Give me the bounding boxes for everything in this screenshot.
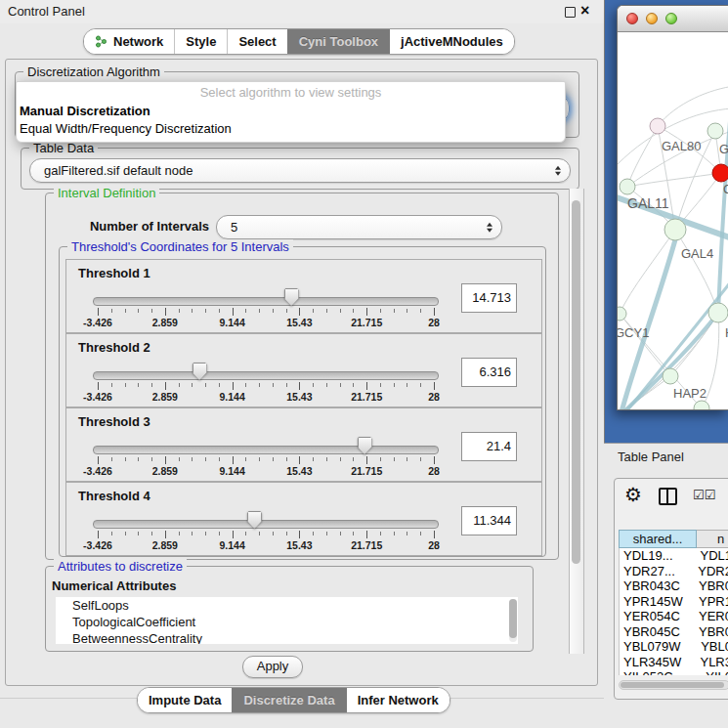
bottom-tab-bar: Impute DataDiscretize DataInfer Network <box>137 687 450 713</box>
slider-handle[interactable] <box>247 511 262 529</box>
node-label: GAL80 <box>662 139 701 153</box>
table-row[interactable]: YDR27...YDR2 <box>620 564 728 579</box>
network-node[interactable] <box>620 179 635 194</box>
split-panel-icon[interactable] <box>659 488 677 505</box>
slider-ticks <box>98 382 434 391</box>
network-node[interactable] <box>663 368 678 384</box>
table-row[interactable]: YLR345WYLR3 <box>620 655 728 670</box>
tab-network[interactable]: Network <box>84 29 174 54</box>
slider-track[interactable] <box>93 297 439 306</box>
network-graph[interactable]: GAL80GAGAL11CGAL4GCY1HHAP2 <box>618 32 728 409</box>
threshold-value-field[interactable]: 11.344 <box>461 506 517 535</box>
slider-tick-labels: -3.4262.8599.14415.4321.71528 <box>98 465 434 478</box>
slider-handle[interactable] <box>358 437 372 454</box>
network-node[interactable] <box>712 164 728 182</box>
network-window: GAL80GAGAL11CGAL4GCY1HHAP2 <box>617 5 728 410</box>
table-row[interactable]: YDL19...YDL1 <box>620 548 728 564</box>
control-panel-titlebar: Control Panel × <box>0 0 604 23</box>
checkbox-icons[interactable]: ☑☑ <box>693 488 715 502</box>
attribute-item[interactable]: SelfLoops <box>56 597 518 614</box>
dropdown-hint: Select algorithm to view settings <box>17 85 565 100</box>
network-node[interactable] <box>618 307 626 321</box>
main-scrollbar-thumb[interactable] <box>572 200 580 564</box>
network-node[interactable] <box>708 303 728 322</box>
table-panel-section: Table Panel ⚙ ☑☑ shared...n YDL19...YDL1… <box>604 443 728 728</box>
table-data-value: galFiltered.sif default node <box>44 159 193 182</box>
algorithm-dropdown-popup[interactable]: Select algorithm to view settings Manual… <box>16 81 566 143</box>
network-node[interactable] <box>707 123 723 139</box>
table-row[interactable]: YER054CYER0 <box>620 609 728 624</box>
table-body: YDL19...YDL1YDR27...YDR2YBR043CYBR0YPR14… <box>619 548 728 675</box>
top-tab-bar: NetworkStyleSelectCyni ToolboxjActiveMNo… <box>83 28 515 55</box>
network-edge[interactable] <box>658 86 728 126</box>
horizontal-scrollbar[interactable] <box>619 680 728 690</box>
close-icon[interactable]: × <box>580 1 589 21</box>
slider-handle[interactable] <box>284 288 299 306</box>
threshold-block: Threshold 1-3.4262.8599.14415.4321.71528… <box>65 259 542 333</box>
slider-handle[interactable] <box>193 363 207 380</box>
numerical-attributes-label: Numerical Attributes <box>52 578 176 593</box>
column-header[interactable]: shared... <box>619 530 697 548</box>
node-label: GA <box>719 142 728 156</box>
tab-infer-network[interactable]: Infer Network <box>346 688 450 712</box>
attribute-item[interactable]: TopologicalCoefficient <box>56 614 518 630</box>
attributes-group: Attributes to discretize Numerical Attri… <box>45 566 534 652</box>
network-canvas[interactable]: GAL80GAGAL11CGAL4GCY1HHAP2 <box>618 32 728 409</box>
numerical-attributes-list[interactable]: SelfLoopsTopologicalCoefficientBetweenne… <box>56 597 518 644</box>
chevron-updown-icon <box>487 222 492 233</box>
network-node[interactable] <box>650 118 665 134</box>
mac-close-icon[interactable] <box>626 13 638 24</box>
table-header-row: shared...n <box>619 530 728 548</box>
node-label: C <box>723 182 728 196</box>
column-header[interactable]: n <box>697 530 728 548</box>
slider-ticks <box>98 531 434 539</box>
table-row[interactable]: YIL052CYIL0 <box>620 669 728 675</box>
tab-style[interactable]: Style <box>174 29 227 54</box>
algorithm-option[interactable]: Manual Discretization <box>19 103 563 120</box>
horizontal-scrollbar-thumb[interactable] <box>621 682 724 688</box>
number-of-intervals-combo[interactable]: 5 <box>216 215 502 239</box>
list-scrollbar[interactable] <box>509 599 517 642</box>
tab-impute-data[interactable]: Impute Data <box>138 688 232 712</box>
threshold-value-field[interactable]: 14.713 <box>461 283 517 313</box>
mac-minimize-icon[interactable] <box>646 13 658 24</box>
table-row[interactable]: YBR045CYBR0 <box>620 624 728 640</box>
slider-track[interactable] <box>93 371 439 380</box>
network-node[interactable] <box>664 219 686 240</box>
chevron-updown-icon <box>555 165 561 176</box>
tab-discretize-data[interactable]: Discretize Data <box>232 688 345 712</box>
attribute-items: SelfLoopsTopologicalCoefficientBetweenne… <box>56 597 518 644</box>
threshold-label: Threshold 3 <box>78 414 150 429</box>
network-edge[interactable] <box>621 408 702 409</box>
gear-icon[interactable]: ⚙ <box>624 483 642 506</box>
network-edge[interactable] <box>627 173 721 187</box>
tab-select[interactable]: Select <box>227 29 286 54</box>
main-scrollbar[interactable] <box>569 189 584 654</box>
threshold-block: Threshold 2-3.4262.8599.14415.4321.71528… <box>65 333 542 407</box>
tab-cyni-toolbox[interactable]: Cyni Toolbox <box>287 29 389 54</box>
network-edge[interactable] <box>675 230 718 313</box>
interval-definition-group: Interval Definition Number of Intervals … <box>45 193 559 560</box>
table-data-combo[interactable]: galFiltered.sif default node <box>29 158 571 183</box>
apply-button[interactable]: Apply <box>242 656 303 678</box>
threshold-block: Threshold 3-3.4262.8599.14415.4321.71528… <box>65 407 542 482</box>
table-row[interactable]: YBL079WYBL0 <box>620 639 728 655</box>
list-scrollbar-thumb[interactable] <box>509 599 517 638</box>
table-row[interactable]: YPR145WYPR1 <box>620 594 728 610</box>
algorithm-option[interactable]: Equal Width/Frequency Discretization <box>19 120 563 138</box>
network-edge[interactable] <box>627 126 658 187</box>
slider-track[interactable] <box>93 520 439 529</box>
table-row[interactable]: YBR043CYBR0 <box>620 578 728 594</box>
threshold-value-field[interactable]: 21.4 <box>461 432 517 461</box>
tab-jactivemnodules[interactable]: jActiveMNodules <box>389 29 514 54</box>
mac-zoom-icon[interactable] <box>665 13 677 24</box>
attribute-item[interactable]: BetweennessCentrality <box>56 630 518 644</box>
slider-track[interactable] <box>93 446 439 454</box>
network-edge-highlighted[interactable] <box>718 89 728 313</box>
float-window-icon[interactable] <box>565 7 576 18</box>
threshold-value-field[interactable]: 6.316 <box>461 358 517 387</box>
network-window-titlebar <box>618 6 728 32</box>
slider-tick-labels: -3.4262.8599.14415.4321.71528 <box>98 539 434 552</box>
node-label: GCY1 <box>618 325 649 340</box>
number-of-intervals-value: 5 <box>231 216 237 238</box>
